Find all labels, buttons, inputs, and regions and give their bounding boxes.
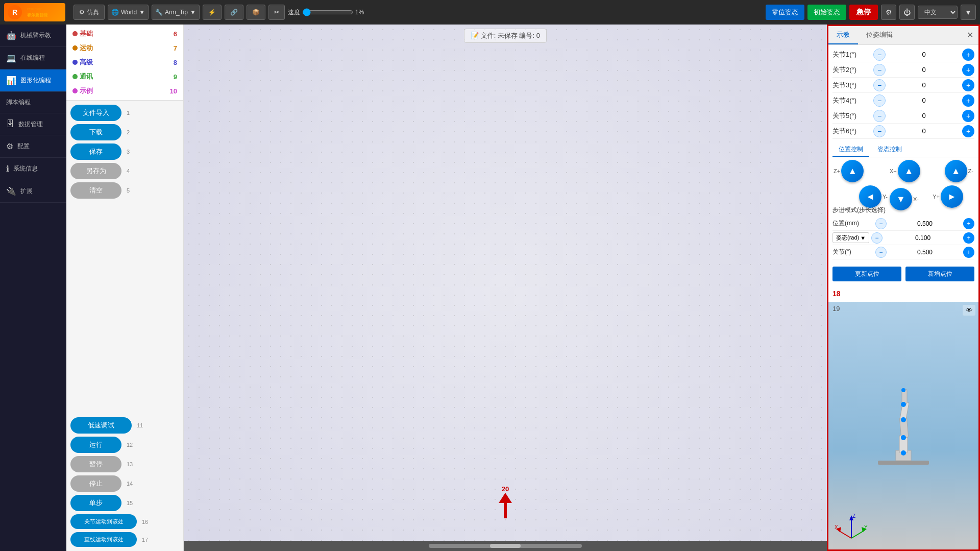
sidebar-item-graphical-prog[interactable]: 📊 图形化编程	[0, 69, 66, 92]
pose-rad-dropdown[interactable]: 姿态(rad) ▼	[832, 232, 869, 243]
update-point-button[interactable]: 更新点位	[832, 267, 901, 281]
panel-tabs: 示教 位姿编辑 ✕	[828, 26, 978, 45]
joint-2-plus[interactable]: +	[962, 64, 974, 76]
block-joint-move-to[interactable]: 关节运动到该处	[70, 514, 137, 529]
up-arrow-icon	[498, 493, 513, 518]
toolbar-mode-btn[interactable]: ⚙ 仿真	[74, 5, 105, 20]
zminus-button[interactable]: ▲	[945, 160, 967, 182]
joint-3-minus[interactable]: −	[873, 79, 886, 91]
sub-tab-position[interactable]: 位置控制	[832, 143, 869, 157]
new-point-button[interactable]: 新增点位	[905, 267, 974, 281]
joint-3-label: 关节3(°)	[832, 81, 873, 90]
block-single-step[interactable]: 单步	[70, 495, 121, 511]
chevron-down-icon3[interactable]: ▼	[961, 5, 976, 20]
data-icon: 🗄	[6, 119, 14, 129]
joint-5-minus[interactable]: −	[873, 110, 886, 122]
cat-motion-label: 运动	[80, 43, 93, 53]
top-right-btns: 零位姿态 初始姿态 急停 ⚙ ⏻ 中文 English ▼	[766, 5, 976, 20]
toolbar-icon-btn2[interactable]: 🔗	[225, 5, 243, 20]
code-blocks: 文件导入 1 下载 2 保存 3 另存为 4 清空 5 低速调试	[66, 101, 183, 551]
estop-button[interactable]: 急停	[849, 5, 878, 20]
speed-value: 1%	[355, 9, 364, 16]
sidebar-item-sysinfo[interactable]: ℹ 系统信息	[0, 158, 66, 180]
toolbar-icon-btn1[interactable]: ⚡	[203, 5, 222, 20]
svg-point-11	[901, 450, 906, 456]
block-pause[interactable]: 暂停	[70, 456, 121, 472]
block-linear-move-to[interactable]: 直线运动到该处	[70, 532, 137, 547]
block-download[interactable]: 下载	[70, 124, 121, 140]
cat-advanced[interactable]: 高级 8	[66, 55, 183, 69]
sidebar-item-extend[interactable]: 🔌 扩展	[0, 180, 66, 203]
scroll-thumb[interactable]	[490, 544, 521, 548]
joint-2-minus[interactable]: −	[873, 64, 886, 76]
yminus-button[interactable]: ◄	[859, 185, 881, 208]
cat-example-label: 示例	[80, 86, 93, 95]
main-content: 🤖 机械臂示教 💻 在线编程 📊 图形化编程 脚本编程 🗄 数据管理 ⚙ 配置 …	[0, 25, 980, 551]
block-low-speed-debug[interactable]: 低速调试	[70, 417, 132, 434]
joint-6-plus[interactable]: +	[962, 125, 974, 137]
cat-motion[interactable]: 运动 7	[66, 41, 183, 55]
tab-demo[interactable]: 示教	[828, 26, 858, 44]
scroll-track[interactable]	[429, 544, 582, 548]
block-row-5: 清空 5	[70, 182, 179, 199]
world-dropdown[interactable]: 🌐 World ▼	[108, 5, 149, 20]
xminus-button[interactable]: ▼	[890, 188, 912, 210]
language-select[interactable]: 中文 English	[918, 6, 958, 19]
cat-basic[interactable]: 基础 6	[66, 27, 183, 41]
panel-num-19: 19	[832, 305, 840, 313]
block-row-16: 关节运动到该处 16	[70, 514, 179, 529]
tab-pose-edit[interactable]: 位姿编辑	[858, 26, 901, 44]
sidebar-item-config[interactable]: ⚙ 配置	[0, 135, 66, 158]
zplus-button[interactable]: ▲	[841, 160, 864, 182]
toolbar-icon-btn4[interactable]: ✂	[268, 5, 285, 20]
sidebar-item-robot-teach[interactable]: 🤖 机械臂示教	[0, 25, 66, 47]
step-joint-value: 0.500	[889, 249, 961, 256]
step-joint-plus[interactable]: +	[963, 247, 974, 258]
canvas-bottom-bar	[184, 541, 827, 551]
settings-icon-btn[interactable]: ⚙	[881, 5, 896, 20]
speed-slider[interactable]	[302, 8, 353, 16]
canvas-area[interactable]: 📝 文件: 未保存 编号: 0 20	[184, 25, 827, 551]
init-pose-button[interactable]: 初始姿态	[807, 5, 846, 20]
sidebar-label-online: 在线编程	[20, 54, 45, 62]
joint-1-minus[interactable]: −	[873, 49, 886, 61]
block-run[interactable]: 运行	[70, 437, 121, 453]
step-pose-minus[interactable]: −	[871, 232, 883, 244]
xplus-button[interactable]: ▲	[898, 160, 920, 182]
joint-5-plus[interactable]: +	[962, 110, 974, 122]
close-button[interactable]: ✕	[962, 26, 978, 44]
block-save[interactable]: 保存	[70, 143, 121, 160]
step-position-value: 0.500	[889, 220, 961, 227]
toolbar-icon-btn3[interactable]: 📦	[247, 5, 265, 20]
eye-toggle-button[interactable]: 👁	[963, 305, 975, 316]
joint-4-plus[interactable]: +	[962, 94, 974, 107]
joint-3-plus[interactable]: +	[962, 79, 974, 91]
sidebar-label-config: 配置	[17, 142, 30, 151]
block-file-import[interactable]: 文件导入	[70, 105, 121, 121]
zero-pose-button[interactable]: 零位姿态	[766, 5, 804, 20]
block-stop[interactable]: 停止	[70, 475, 121, 492]
yplus-button[interactable]: ►	[941, 185, 963, 208]
joint-1-plus[interactable]: +	[962, 49, 974, 61]
graphical-icon: 📊	[6, 76, 16, 85]
code-categories: 基础 6 运动 7 高级 8 通讯 9 示例 10	[66, 25, 183, 101]
online-icon: 💻	[6, 53, 16, 63]
joint-4-minus[interactable]: −	[873, 94, 886, 107]
cat-example[interactable]: 示例 10	[66, 84, 183, 98]
sidebar-item-data-mgmt[interactable]: 🗄 数据管理	[0, 113, 66, 135]
sidebar-item-script-prog[interactable]: 脚本编程	[0, 92, 66, 113]
block-saveas[interactable]: 另存为	[70, 163, 121, 179]
power-icon-btn[interactable]: ⏻	[899, 5, 915, 20]
step-position-plus[interactable]: +	[963, 218, 974, 229]
joint-6-minus[interactable]: −	[873, 125, 886, 137]
arm-tip-dropdown[interactable]: 🔧 Arm_Tip ▼	[152, 5, 200, 20]
step-position-minus[interactable]: −	[875, 218, 887, 229]
sub-tab-pose[interactable]: 姿态控制	[871, 143, 908, 157]
step-pose-plus[interactable]: +	[963, 232, 974, 244]
cat-example-num: 10	[170, 87, 177, 95]
cat-comm[interactable]: 通讯 9	[66, 69, 183, 84]
block-clear[interactable]: 清空	[70, 182, 121, 199]
step-joint-minus[interactable]: −	[875, 247, 887, 258]
sidebar-item-online-prog[interactable]: 💻 在线编程	[0, 47, 66, 69]
cat-comm-dot	[72, 74, 78, 79]
